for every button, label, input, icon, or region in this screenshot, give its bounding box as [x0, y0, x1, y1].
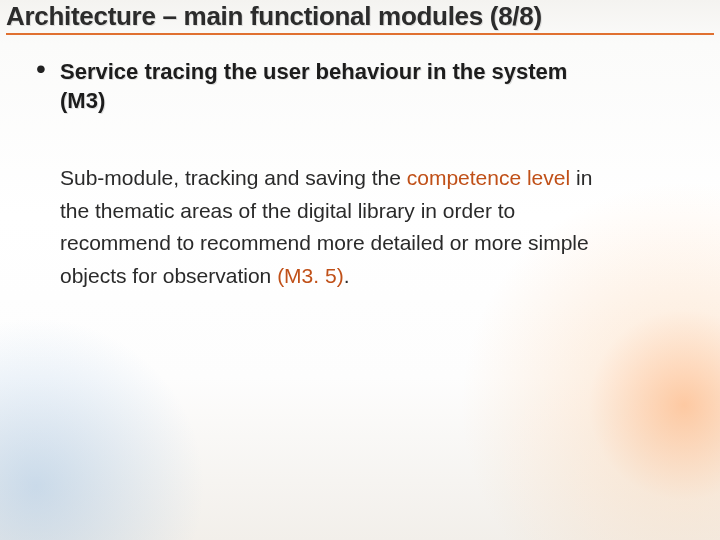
bullet-heading-line2: (M3) — [60, 88, 105, 113]
bullet-list: Service tracing the user behaviour in th… — [34, 57, 680, 116]
body-paragraph: Sub-module, tracking and saving the comp… — [34, 162, 680, 292]
slide-content: Service tracing the user behaviour in th… — [0, 35, 720, 293]
body-line-2: the thematic areas of the digital librar… — [60, 195, 680, 228]
body-line-3: recommend to recommend more detailed or … — [60, 227, 680, 260]
body-text: Sub-module, tracking and saving the — [60, 166, 407, 189]
body-line-1: Sub-module, tracking and saving the comp… — [60, 162, 680, 195]
body-text: . — [344, 264, 350, 287]
slide: Architecture – main functional modules (… — [0, 0, 720, 540]
highlight-text: competence level — [407, 166, 570, 189]
title-bar: Architecture – main functional modules (… — [0, 0, 720, 35]
bullet-heading: Service tracing the user behaviour in th… — [60, 57, 680, 116]
highlight-text: (M3. 5) — [277, 264, 344, 287]
body-text: in — [570, 166, 592, 189]
slide-title: Architecture – main functional modules (… — [6, 2, 714, 35]
bullet-item: Service tracing the user behaviour in th… — [34, 57, 680, 116]
body-line-4: objects for observation (M3. 5). — [60, 260, 680, 293]
bullet-heading-line1: Service tracing the user behaviour in th… — [60, 59, 567, 84]
body-text: objects for observation — [60, 264, 277, 287]
